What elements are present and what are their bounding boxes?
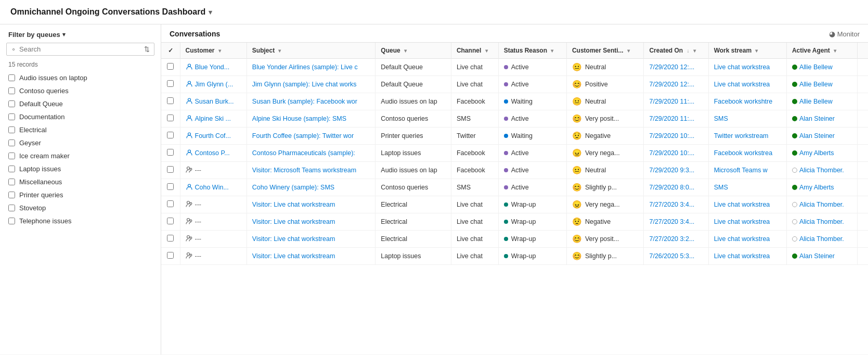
customer-link[interactable]: Blue Yond... — [195, 64, 230, 71]
created-on-cell[interactable]: 7/29/2020 11:... — [644, 93, 708, 110]
col-active-agent[interactable]: Active Agent ▾ — [786, 43, 857, 59]
workstream-link[interactable]: Twitter workstream — [714, 132, 769, 140]
created-on-cell[interactable]: 7/29/2020 10:... — [644, 128, 708, 145]
row-checkbox[interactable] — [167, 149, 174, 156]
workstream-link[interactable]: SMS — [714, 115, 728, 122]
table-row[interactable]: Fourth Cof... Fourth Coffee (sample): Tw… — [161, 128, 868, 145]
subject-link[interactable]: Visitor: Live chat workstream — [252, 252, 335, 260]
queue-item-default-queue[interactable]: Default Queue — [0, 97, 161, 110]
created-on-link[interactable]: 7/27/2020 3:4... — [649, 201, 694, 208]
agent-link[interactable]: Alicia Thomber. — [799, 167, 844, 174]
workstream-link[interactable]: Live chat workstrea — [714, 81, 770, 88]
workstream-link[interactable]: Facebook workshtre — [714, 98, 773, 105]
table-row[interactable]: --- Visitor: Live chat workstream Electr… — [161, 213, 868, 231]
table-row[interactable]: --- Visitor: Live chat workstream Laptop… — [161, 248, 868, 265]
agent-link[interactable]: Amy Alberts — [799, 149, 834, 157]
created-on-link[interactable]: 7/29/2020 8:0... — [649, 184, 694, 191]
row-checkbox[interactable] — [167, 166, 174, 173]
workstream-link[interactable]: SMS — [714, 184, 728, 191]
col-sentiment[interactable]: Customer Senti... ▾ — [566, 43, 644, 59]
header-chevron[interactable]: ▾ — [209, 8, 212, 16]
table-row[interactable]: Jim Glynn (... Jim Glynn (sample): Live … — [161, 76, 868, 93]
subject-link[interactable]: Susan Burk (sample): Facebook wor — [252, 98, 357, 105]
row-checkbox[interactable] — [167, 183, 174, 190]
agent-link[interactable]: Amy Alberts — [799, 184, 834, 191]
workstream-link[interactable]: Facebook workstrea — [714, 149, 773, 157]
created-on-link[interactable]: 7/29/2020 12:... — [649, 81, 694, 88]
subject-link[interactable]: Coho Winery (sample): SMS — [252, 184, 334, 191]
row-checkbox[interactable] — [167, 200, 174, 207]
subject-link[interactable]: Visitor: Live chat workstream — [252, 218, 335, 225]
row-checkbox-cell[interactable] — [161, 196, 180, 213]
select-all-header[interactable]: ✓ — [161, 43, 180, 59]
subject-link[interactable]: Contoso Pharmaceuticals (sample): — [252, 149, 355, 157]
row-checkbox-cell[interactable] — [161, 213, 180, 231]
row-checkbox-cell[interactable] — [161, 93, 180, 110]
row-checkbox[interactable] — [167, 80, 174, 87]
queue-item-ice-cream-maker[interactable]: Ice cream maker — [0, 149, 161, 162]
table-row[interactable]: --- Visitor: Live chat workstream Electr… — [161, 196, 868, 213]
created-on-cell[interactable]: 7/26/2020 5:3... — [644, 248, 708, 265]
workstream-link[interactable]: Live chat workstrea — [714, 201, 770, 208]
agent-link[interactable]: Alan Steiner — [799, 132, 835, 140]
created-on-cell[interactable]: 7/29/2020 11:... — [644, 110, 708, 128]
workstream-link[interactable]: Microsoft Teams w — [714, 167, 768, 174]
table-row[interactable]: --- Visitor: Live chat workstream Electr… — [161, 231, 868, 248]
col-subject[interactable]: Subject ▾ — [247, 43, 375, 59]
table-row[interactable]: Coho Win... Coho Winery (sample): SMS Co… — [161, 179, 868, 196]
queue-checkbox-electrical[interactable] — [8, 126, 15, 133]
subject-link[interactable]: Visitor: Live chat workstream — [252, 235, 335, 243]
created-on-link[interactable]: 7/29/2020 11:... — [649, 115, 694, 122]
queue-item-laptop-issues[interactable]: Laptop issues — [0, 162, 161, 175]
created-on-cell[interactable]: 7/29/2020 10:... — [644, 145, 708, 162]
row-checkbox-cell[interactable] — [161, 179, 180, 196]
row-checkbox[interactable] — [167, 97, 174, 104]
created-on-cell[interactable]: 7/29/2020 8:0... — [644, 179, 708, 196]
row-checkbox-cell[interactable] — [161, 59, 180, 76]
table-row[interactable]: Blue Yond... Blue Yonder Airlines (sampl… — [161, 59, 868, 76]
queue-item-audio-issues[interactable]: Audio issues on laptop — [0, 71, 161, 84]
workstream-link[interactable]: Live chat workstrea — [714, 235, 770, 243]
customer-link[interactable]: Contoso P... — [195, 149, 230, 157]
created-on-cell[interactable]: 7/27/2020 3:4... — [644, 196, 708, 213]
queue-checkbox-laptop-issues[interactable] — [8, 166, 15, 172]
created-on-cell[interactable]: 7/27/2020 3:2... — [644, 231, 708, 248]
row-checkbox[interactable] — [167, 115, 174, 121]
row-checkbox-cell[interactable] — [161, 231, 180, 248]
queue-item-printer-queries[interactable]: Printer queries — [0, 188, 161, 201]
agent-link[interactable]: Allie Bellew — [799, 64, 833, 71]
queue-checkbox-stovetop[interactable] — [8, 205, 15, 211]
created-on-cell[interactable]: 7/27/2020 3:4... — [644, 213, 708, 231]
created-on-link[interactable]: 7/27/2020 3:4... — [649, 218, 694, 225]
workstream-link[interactable]: Live chat workstrea — [714, 252, 770, 260]
queue-item-electrical[interactable]: Electrical — [0, 123, 161, 136]
subject-link[interactable]: Alpine Ski House (sample): SMS — [252, 115, 346, 122]
created-on-link[interactable]: 7/29/2020 9:3... — [649, 167, 694, 174]
table-row[interactable]: Susan Burk... Susan Burk (sample): Faceb… — [161, 93, 868, 110]
agent-link[interactable]: Alicia Thomber. — [799, 218, 844, 225]
customer-link[interactable]: Jim Glynn (... — [195, 81, 234, 88]
queue-checkbox-telephone-issues[interactable] — [8, 218, 15, 224]
queue-checkbox-ice-cream-maker[interactable] — [8, 153, 15, 159]
queue-checkbox-audio-issues[interactable] — [8, 74, 15, 81]
agent-link[interactable]: Alan Steiner — [799, 115, 835, 122]
created-on-link[interactable]: 7/29/2020 10:... — [649, 132, 694, 140]
queue-checkbox-miscellaneous[interactable] — [8, 179, 15, 185]
created-on-link[interactable]: 7/29/2020 12:... — [649, 64, 694, 71]
queue-checkbox-geyser[interactable] — [8, 140, 15, 146]
row-checkbox[interactable] — [167, 218, 174, 224]
agent-link[interactable]: Allie Bellew — [799, 98, 833, 105]
row-checkbox-cell[interactable] — [161, 145, 180, 162]
col-created-on[interactable]: Created On ↓ ▾ — [644, 43, 708, 59]
col-customer[interactable]: Customer ▾ — [180, 43, 247, 59]
col-channel[interactable]: Channel ▾ — [451, 43, 498, 59]
queue-item-telephone-issues[interactable]: Telephone issues — [0, 214, 161, 227]
row-checkbox-cell[interactable] — [161, 128, 180, 145]
agent-link[interactable]: Alan Steiner — [799, 252, 835, 260]
created-on-link[interactable]: 7/26/2020 5:3... — [649, 252, 694, 260]
queue-checkbox-contoso-queries[interactable] — [8, 87, 15, 94]
queue-checkbox-default-queue[interactable] — [8, 100, 15, 107]
col-work-stream[interactable]: Work stream ▾ — [708, 43, 786, 59]
created-on-link[interactable]: 7/29/2020 11:... — [649, 98, 694, 105]
customer-link[interactable]: Alpine Ski ... — [195, 115, 231, 122]
